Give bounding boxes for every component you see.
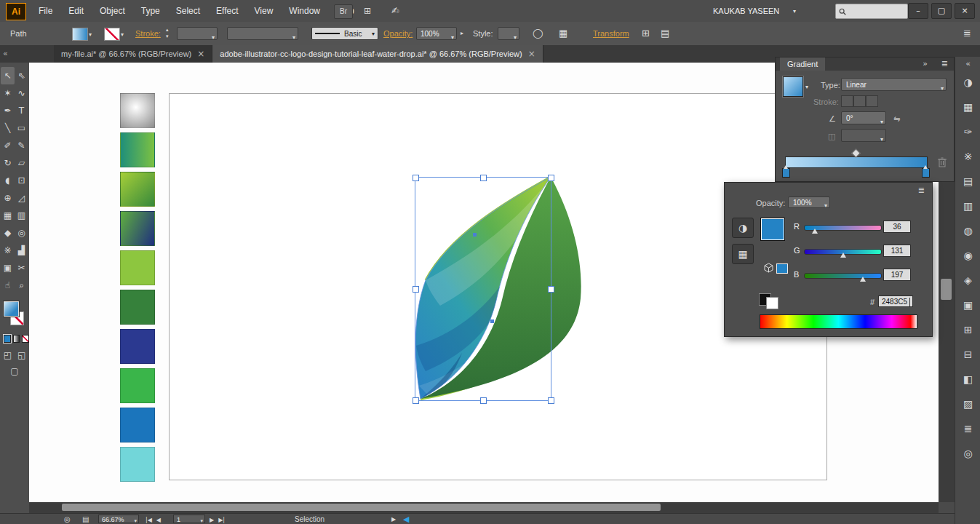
status-flyout-icon[interactable]: ▶ — [391, 514, 396, 524]
line-segment-tool[interactable]: ╲ — [1, 119, 15, 137]
fill-color-swatch[interactable] — [72, 28, 88, 41]
hand-tool[interactable]: ☝ — [1, 277, 15, 294]
menu-effect[interactable]: Effect — [208, 0, 246, 22]
restore-button[interactable]: ▢ — [931, 3, 952, 19]
pathfinder-panel-icon[interactable]: ◧ — [960, 373, 976, 386]
tab-close-icon[interactable]: × — [197, 45, 204, 63]
stroke-weight-combo[interactable]: ▾ — [177, 27, 218, 40]
tab-close-icon[interactable]: × — [528, 45, 535, 63]
isolate-selected-object-icon[interactable]: ▤ — [661, 22, 669, 45]
brushes-panel-icon[interactable]: ✑ — [960, 125, 976, 138]
search-input[interactable] — [849, 7, 907, 16]
direct-selection-tool[interactable]: ⇖ — [15, 67, 28, 84]
menu-edit[interactable]: Edit — [60, 0, 92, 22]
gradient-panel-menu-icon[interactable]: ≣ — [941, 57, 948, 71]
swatch-blue[interactable] — [120, 408, 155, 442]
status-indicator[interactable]: Selection — [295, 514, 324, 524]
color-panel-icon[interactable]: ◑ — [960, 76, 976, 89]
scale-tool[interactable]: ▱ — [15, 154, 28, 172]
close-button[interactable]: × — [955, 3, 975, 19]
expand-panels-icon[interactable]: « — [955, 57, 980, 68]
perspective-grid-tool[interactable]: ◿ — [15, 189, 28, 207]
anchor-point[interactable] — [490, 319, 494, 323]
stroke-color-swatch[interactable] — [104, 28, 120, 41]
graphic-style-combo[interactable]: ▾ — [498, 27, 519, 40]
lasso-tool[interactable]: ∿ — [15, 84, 28, 102]
opacity-flyout-icon[interactable]: ▸ — [461, 22, 463, 45]
previous-artboard-button[interactable]: ◀ — [156, 517, 161, 523]
blend-tool[interactable]: ◎ — [15, 224, 28, 242]
shape-builder-tool[interactable]: ⊕ — [1, 189, 15, 207]
channel-value-field[interactable]: 131 — [883, 245, 911, 257]
swatch-green-navy[interactable] — [120, 211, 155, 246]
color-panel-menu-icon[interactable]: ≣ — [918, 186, 925, 195]
opacity-combo[interactable]: 100%▾ — [788, 196, 830, 208]
delete-stop-icon[interactable] — [937, 156, 947, 167]
opacity-panel-link[interactable]: Opacity: — [383, 22, 413, 45]
swatch-forest-green[interactable] — [120, 290, 155, 325]
gradient-preview-swatch[interactable] — [783, 76, 803, 97]
swatch-navy[interactable] — [120, 329, 155, 364]
web-safe-cube-icon[interactable] — [763, 263, 774, 273]
artboard-tool[interactable]: ▣ — [1, 259, 15, 277]
menu-object[interactable]: Object — [92, 0, 133, 22]
first-artboard-button[interactable]: |◀ — [146, 517, 152, 523]
gpu-status-icon[interactable]: ◎ — [64, 514, 71, 524]
menu-select[interactable]: Select — [168, 0, 208, 22]
gradient-stop-left[interactable] — [782, 168, 790, 178]
color-button[interactable] — [4, 335, 11, 343]
artboards-panel-icon[interactable]: ▣ — [960, 298, 976, 311]
menu-window[interactable]: Window — [281, 0, 328, 22]
slider-thumb[interactable] — [812, 229, 818, 234]
artboard-number-combo[interactable]: 1▾ — [173, 515, 205, 523]
menu-type[interactable]: Type — [133, 0, 168, 22]
appearance-panel-icon[interactable]: ◉ — [960, 249, 976, 262]
zoom-tool[interactable]: ⌕ — [15, 277, 28, 294]
none-button[interactable] — [22, 335, 29, 343]
stroke-gradient-within-icon[interactable] — [841, 95, 853, 107]
gradient-angle-combo[interactable]: 0°▾ — [841, 111, 886, 124]
white-shortcut-swatch[interactable] — [766, 297, 778, 309]
workspace-switcher-icon[interactable]: ✍ — [391, 5, 399, 16]
fill-proxy-swatch[interactable] — [4, 301, 19, 317]
document-setup-icon[interactable]: ◯ — [533, 22, 543, 45]
draw-normal-mode-icon[interactable]: ◰ — [4, 350, 12, 360]
stroke-panel-link[interactable]: Stroke: — [135, 22, 161, 45]
symbols-panel-icon[interactable]: ※ — [960, 150, 976, 163]
minimize-button[interactable]: – — [908, 3, 928, 19]
navigator-panel-icon[interactable]: ▨ — [960, 397, 976, 410]
brush-definition-combo[interactable]: ▾ — [227, 27, 298, 40]
transform-panel-icon[interactable]: ⊞ — [960, 323, 976, 336]
slider-track[interactable] — [804, 273, 882, 279]
menu-file[interactable]: File — [31, 0, 60, 22]
arrange-documents-icon[interactable]: ⊞ — [364, 6, 371, 16]
swatch-radial-white[interactable] — [120, 93, 155, 128]
symbol-sprayer-tool[interactable]: ※ — [1, 242, 15, 259]
tab-scroll-left-icon[interactable]: « — [3, 45, 8, 63]
next-artboard-button[interactable]: ▶ — [210, 517, 214, 523]
variable-width-profile-combo[interactable]: Basic ▾ — [311, 27, 378, 40]
swatch-lime-green[interactable] — [120, 172, 155, 207]
preferences-grid-icon[interactable]: ▦ — [559, 22, 567, 45]
folder-icon[interactable]: ▤ — [82, 514, 89, 524]
mesh-tool[interactable]: ▦ — [1, 207, 15, 224]
gradient-slider[interactable] — [785, 156, 928, 168]
paintbrush-tool[interactable]: ✐ — [1, 137, 15, 154]
gradient-type-combo[interactable]: Linear▾ — [841, 78, 947, 91]
graphic-styles-panel-icon[interactable]: ◈ — [960, 274, 976, 287]
pencil-tool[interactable]: ✎ — [15, 137, 28, 154]
slice-tool[interactable]: ✂ — [15, 259, 28, 277]
swatches-panel-icon[interactable]: ▦ — [960, 100, 976, 114]
pen-tool[interactable]: ✒ — [1, 102, 15, 119]
document-tab[interactable]: my-file.ai* @ 66.67% (RGB/Preview)× — [54, 45, 212, 63]
gradient-stop-right[interactable] — [922, 168, 930, 178]
document-tab[interactable]: adobe-illustrator-cc-logo-design-tutoria… — [212, 45, 543, 63]
color-spectrum-bar[interactable] — [760, 314, 917, 329]
reverse-gradient-icon[interactable]: ⇋ — [893, 114, 900, 124]
channel-value-field[interactable]: 36 — [883, 221, 911, 233]
stroke-caret-icon[interactable]: ▾ — [121, 31, 124, 38]
fill-stroke-indicator[interactable] — [0, 298, 29, 333]
draw-inside-mode-icon[interactable]: ◱ — [17, 350, 25, 360]
rotate-tool[interactable]: ↻ — [1, 154, 15, 172]
transparency-panel-icon[interactable]: ◍ — [960, 224, 976, 237]
